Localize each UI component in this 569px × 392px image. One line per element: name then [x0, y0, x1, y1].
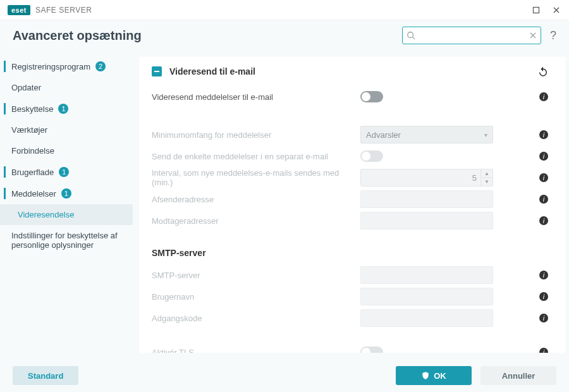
label: Adgangskode: [152, 314, 360, 323]
info-icon[interactable]: i: [539, 92, 549, 102]
info-icon[interactable]: i: [539, 270, 549, 280]
row-min-verbosity: Minimumomfang for meddelelser Advarsler …: [152, 124, 549, 145]
row-sender: Afsenderadresse i: [152, 188, 549, 210]
input-smtp-server: [360, 266, 493, 284]
info-icon[interactable]: i: [539, 216, 549, 226]
badge: 1: [61, 188, 71, 199]
shield-icon: [421, 371, 430, 380]
button-label: Standard: [28, 371, 63, 381]
row-enable-tls: Aktivér TLS i: [152, 341, 549, 353]
default-button[interactable]: Standard: [13, 366, 78, 385]
row-smtp-server: SMTP-server i: [152, 264, 549, 286]
info-icon[interactable]: i: [539, 151, 549, 161]
svg-point-1: [408, 32, 413, 38]
collapse-icon[interactable]: [152, 66, 162, 77]
svg-rect-0: [534, 7, 539, 13]
footer: Standard OK Annuller: [0, 359, 569, 392]
clear-search-icon[interactable]: [529, 32, 537, 39]
label: Send de enkelte meddelelser i en separat…: [152, 152, 360, 161]
sidebar-item-label: Brugerflade: [11, 168, 54, 177]
sidebar-item-connectivity[interactable]: Forbindelse: [0, 140, 133, 161]
sidebar-item-label: Opdater: [11, 83, 41, 92]
spin-down-icon: ▼: [481, 178, 493, 186]
label: Minimumomfang for meddelelser: [152, 130, 360, 140]
info-icon[interactable]: i: [539, 130, 549, 140]
cancel-button[interactable]: Annuller: [480, 366, 556, 385]
close-icon[interactable]: [553, 6, 563, 14]
badge: 1: [58, 104, 68, 114]
badge: 1: [59, 167, 69, 177]
label: Brugernavn: [152, 292, 360, 302]
settings-panel: Videresend til e-mail Videresend meddele…: [139, 57, 565, 353]
brand-logo: eset: [8, 5, 30, 15]
header: Avanceret opsætning ?: [0, 20, 569, 51]
search-icon: [407, 31, 415, 40]
label: Afsenderadresse: [152, 195, 360, 204]
sidebar-item-label: Beskyttelse: [11, 104, 53, 114]
row-forward-to-email: Videresend meddelelser til e-mail i: [152, 86, 549, 107]
row-smtp-username: Brugernavn i: [152, 286, 549, 307]
toggle-enable-tls: [360, 346, 383, 353]
info-icon[interactable]: i: [539, 347, 549, 353]
label: Aktivér TLS: [152, 348, 360, 353]
spinner: ▲▼: [480, 169, 493, 186]
input-recipients: [360, 212, 493, 230]
label: Videresend meddelelser til e-mail: [152, 92, 360, 102]
sidebar-item-forwarding[interactable]: Videresendelse: [0, 204, 133, 225]
row-recipients: Modtageradresser i: [152, 210, 549, 231]
product-name: SAFE SERVER: [35, 6, 92, 15]
row-interval: Interval, som nye meddelelses-e-mails se…: [152, 167, 549, 188]
sidebar-item-label: Meddelelser: [11, 189, 56, 199]
badge: 2: [95, 61, 106, 71]
info-icon[interactable]: i: [539, 194, 549, 204]
sidebar-item-label: Forbindelse: [11, 146, 54, 156]
smtp-section-title: SMTP-server: [152, 248, 549, 258]
sidebar-item-privacy-settings[interactable]: Indstillinger for beskyttelse af personl…: [0, 225, 133, 255]
search-input[interactable]: [402, 27, 541, 44]
sidebar-item-notifications[interactable]: Meddelelser 1: [0, 183, 133, 204]
help-icon[interactable]: ?: [550, 29, 556, 42]
ok-button[interactable]: OK: [396, 366, 472, 385]
svg-line-2: [413, 37, 415, 40]
input-smtp-username: [360, 288, 493, 305]
input-interval: ▲▼: [360, 169, 493, 187]
page-title: Avanceret opsætning: [13, 28, 142, 43]
sidebar-item-detection-engine[interactable]: Registreringsprogram 2: [0, 56, 133, 77]
spin-up-icon: ▲: [481, 169, 493, 178]
section-title: Videresend til e-mail: [169, 66, 255, 77]
sidebar-item-label: Registreringsprogram: [11, 62, 90, 71]
info-icon[interactable]: i: [539, 313, 549, 323]
select-min-verbosity: Advarsler ▾: [360, 126, 493, 144]
toggle-forward-email[interactable]: [360, 91, 383, 102]
sidebar-item-label: Indstillinger for beskyttelse af personl…: [11, 231, 124, 250]
search-field[interactable]: [415, 31, 529, 40]
sidebar-item-label: Værktøjer: [11, 125, 47, 135]
select-value: Advarsler: [366, 130, 401, 140]
label: Interval, som nye meddelelses-e-mails se…: [152, 168, 360, 187]
interval-field: [361, 173, 480, 183]
revert-icon[interactable]: [537, 66, 549, 77]
chevron-down-icon: ▾: [484, 132, 487, 138]
button-label: OK: [434, 371, 446, 381]
input-smtp-password: [360, 309, 493, 327]
sidebar-item-protections[interactable]: Beskyttelse 1: [0, 98, 133, 119]
maximize-icon[interactable]: [532, 6, 542, 14]
row-separate-email: Send de enkelte meddelelser i en separat…: [152, 145, 549, 167]
toggle-separate-email: [360, 150, 383, 162]
window-controls: [532, 6, 563, 14]
input-sender: [360, 190, 493, 208]
row-smtp-password: Adgangskode i: [152, 307, 549, 329]
info-icon[interactable]: i: [539, 291, 549, 302]
label: SMTP-server: [152, 271, 360, 280]
sidebar-item-label: Videresendelse: [18, 210, 74, 219]
sidebar-item-tools[interactable]: Værktøjer: [0, 119, 133, 140]
titlebar: eset SAFE SERVER: [0, 0, 569, 20]
sidebar: Registreringsprogram 2 Opdater Beskyttel…: [0, 51, 133, 359]
sidebar-item-update[interactable]: Opdater: [0, 77, 133, 98]
sidebar-item-user-interface[interactable]: Brugerflade 1: [0, 161, 133, 183]
label: Modtageradresser: [152, 216, 360, 226]
content-area: Videresend til e-mail Videresend meddele…: [133, 51, 569, 359]
button-label: Annuller: [502, 371, 535, 381]
info-icon[interactable]: i: [539, 173, 549, 183]
